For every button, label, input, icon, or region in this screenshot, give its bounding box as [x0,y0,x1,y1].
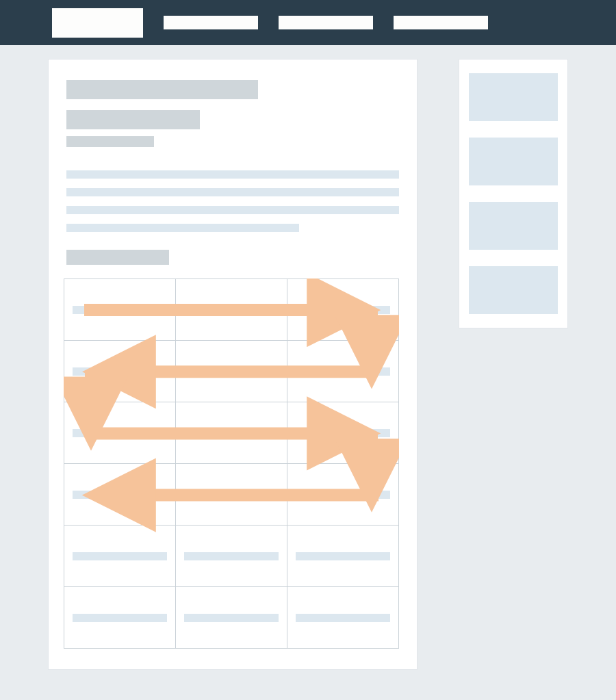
cell-placeholder [73,429,167,437]
logo-placeholder[interactable] [52,8,143,38]
cell-placeholder [73,367,167,376]
cell-placeholder [184,552,279,560]
nav-item-1[interactable] [164,16,258,29]
table-row [64,402,399,464]
grid-table [64,278,399,649]
top-navbar [0,0,616,45]
paragraph-line [66,170,399,179]
meta-placeholder [66,136,154,147]
cell-placeholder [184,614,279,622]
cell-placeholder [296,367,390,376]
page-body [0,45,616,670]
cell-placeholder [296,491,390,499]
cell-placeholder [73,306,167,314]
sidebar-block[interactable] [469,202,558,250]
table-row [64,587,399,649]
cell-placeholder [73,614,167,622]
nav-item-3[interactable] [394,16,488,29]
table-row [64,341,399,402]
sidebar-block[interactable] [469,266,558,314]
reading-order-table [64,278,399,649]
sidebar-block[interactable] [469,73,558,121]
main-content-card [48,59,418,670]
cell-placeholder [184,306,279,314]
subtitle-placeholder [66,110,200,129]
cell-placeholder [296,429,390,437]
nav-item-2[interactable] [279,16,373,29]
section-heading-placeholder [66,250,169,265]
paragraph-line [66,224,299,232]
paragraph-line [66,206,399,214]
table-row [64,464,399,526]
cell-placeholder [296,614,390,622]
cell-placeholder [296,306,390,314]
sidebar [459,59,568,328]
title-placeholder [66,80,258,99]
cell-placeholder [184,429,279,437]
cell-placeholder [184,367,279,376]
sidebar-block[interactable] [469,138,558,185]
table-row [64,279,399,341]
cell-placeholder [184,491,279,499]
cell-placeholder [73,552,167,560]
table-row [64,526,399,587]
paragraph-line [66,188,399,196]
cell-placeholder [73,491,167,499]
cell-placeholder [296,552,390,560]
